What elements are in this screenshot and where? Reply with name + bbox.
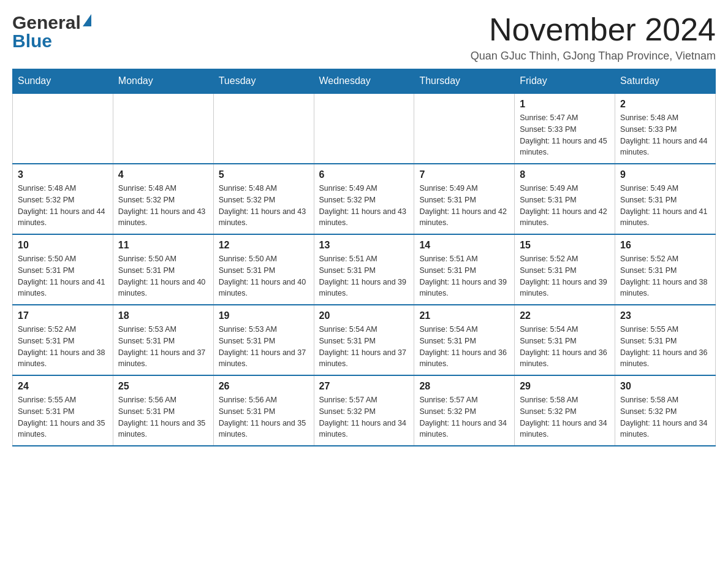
- calendar-cell: 16Sunrise: 5:52 AM Sunset: 5:31 PM Dayli…: [615, 234, 716, 305]
- day-info: Sunrise: 5:50 AM Sunset: 5:31 PM Dayligh…: [118, 253, 208, 299]
- calendar-cell: [113, 93, 213, 164]
- calendar-cell: 30Sunrise: 5:58 AM Sunset: 5:32 PM Dayli…: [615, 375, 716, 446]
- day-number: 5: [219, 169, 309, 180]
- day-info: Sunrise: 5:48 AM Sunset: 5:32 PM Dayligh…: [118, 183, 208, 229]
- calendar-cell: 17Sunrise: 5:52 AM Sunset: 5:31 PM Dayli…: [13, 305, 113, 375]
- calendar-week-row: 10Sunrise: 5:50 AM Sunset: 5:31 PM Dayli…: [13, 234, 716, 305]
- day-info: Sunrise: 5:49 AM Sunset: 5:31 PM Dayligh…: [419, 183, 509, 229]
- day-info: Sunrise: 5:52 AM Sunset: 5:31 PM Dayligh…: [520, 253, 610, 299]
- logo-arrow-icon: [83, 14, 91, 26]
- day-info: Sunrise: 5:58 AM Sunset: 5:32 PM Dayligh…: [520, 394, 610, 440]
- day-info: Sunrise: 5:55 AM Sunset: 5:31 PM Dayligh…: [620, 324, 710, 370]
- calendar-cell: 15Sunrise: 5:52 AM Sunset: 5:31 PM Dayli…: [515, 234, 615, 305]
- day-number: 29: [520, 381, 610, 392]
- calendar-cell: 25Sunrise: 5:56 AM Sunset: 5:31 PM Dayli…: [113, 375, 213, 446]
- calendar-cell: [13, 93, 113, 164]
- day-info: Sunrise: 5:58 AM Sunset: 5:32 PM Dayligh…: [620, 394, 710, 440]
- calendar-week-row: 1Sunrise: 5:47 AM Sunset: 5:33 PM Daylig…: [13, 93, 716, 164]
- day-number: 2: [620, 99, 710, 110]
- day-number: 25: [118, 381, 208, 392]
- day-info: Sunrise: 5:52 AM Sunset: 5:31 PM Dayligh…: [620, 253, 710, 299]
- calendar-cell: 10Sunrise: 5:50 AM Sunset: 5:31 PM Dayli…: [13, 234, 113, 305]
- logo: General Blue: [12, 12, 91, 52]
- day-number: 20: [319, 310, 409, 321]
- day-number: 6: [319, 169, 409, 180]
- calendar-cell: [314, 93, 414, 164]
- day-info: Sunrise: 5:48 AM Sunset: 5:32 PM Dayligh…: [219, 183, 309, 229]
- day-info: Sunrise: 5:53 AM Sunset: 5:31 PM Dayligh…: [219, 324, 309, 370]
- day-number: 15: [520, 240, 610, 251]
- day-info: Sunrise: 5:51 AM Sunset: 5:31 PM Dayligh…: [419, 253, 509, 299]
- calendar-cell: 18Sunrise: 5:53 AM Sunset: 5:31 PM Dayli…: [113, 305, 213, 375]
- day-number: 12: [219, 240, 309, 251]
- calendar-cell: 22Sunrise: 5:54 AM Sunset: 5:31 PM Dayli…: [515, 305, 615, 375]
- day-number: 28: [419, 381, 509, 392]
- calendar-week-row: 3Sunrise: 5:48 AM Sunset: 5:32 PM Daylig…: [13, 164, 716, 234]
- day-info: Sunrise: 5:48 AM Sunset: 5:33 PM Dayligh…: [620, 112, 710, 158]
- logo-blue-text: Blue: [12, 31, 52, 52]
- day-info: Sunrise: 5:56 AM Sunset: 5:31 PM Dayligh…: [219, 394, 309, 440]
- calendar-table: SundayMondayTuesdayWednesdayThursdayFrid…: [12, 69, 716, 446]
- calendar-cell: 3Sunrise: 5:48 AM Sunset: 5:32 PM Daylig…: [13, 164, 113, 234]
- calendar-cell: 28Sunrise: 5:57 AM Sunset: 5:32 PM Dayli…: [414, 375, 515, 446]
- logo-general-text: General: [12, 12, 81, 33]
- calendar-cell: 2Sunrise: 5:48 AM Sunset: 5:33 PM Daylig…: [615, 93, 716, 164]
- day-number: 16: [620, 240, 710, 251]
- calendar-cell: 26Sunrise: 5:56 AM Sunset: 5:31 PM Dayli…: [213, 375, 314, 446]
- day-info: Sunrise: 5:53 AM Sunset: 5:31 PM Dayligh…: [118, 324, 208, 370]
- calendar-cell: 12Sunrise: 5:50 AM Sunset: 5:31 PM Dayli…: [213, 234, 314, 305]
- calendar-cell: 29Sunrise: 5:58 AM Sunset: 5:32 PM Dayli…: [515, 375, 615, 446]
- calendar-day-header: Thursday: [414, 69, 515, 94]
- day-number: 7: [419, 169, 509, 180]
- day-number: 14: [419, 240, 509, 251]
- calendar-day-header: Monday: [113, 69, 213, 94]
- day-info: Sunrise: 5:50 AM Sunset: 5:31 PM Dayligh…: [219, 253, 309, 299]
- calendar-cell: 13Sunrise: 5:51 AM Sunset: 5:31 PM Dayli…: [314, 234, 414, 305]
- day-info: Sunrise: 5:47 AM Sunset: 5:33 PM Dayligh…: [520, 112, 610, 158]
- day-number: 4: [118, 169, 208, 180]
- calendar-cell: 19Sunrise: 5:53 AM Sunset: 5:31 PM Dayli…: [213, 305, 314, 375]
- calendar-cell: 11Sunrise: 5:50 AM Sunset: 5:31 PM Dayli…: [113, 234, 213, 305]
- day-number: 8: [520, 169, 610, 180]
- page-header: General Blue November 2024 Quan GJuc Thi…: [12, 12, 716, 63]
- day-info: Sunrise: 5:52 AM Sunset: 5:31 PM Dayligh…: [18, 324, 108, 370]
- day-info: Sunrise: 5:54 AM Sunset: 5:31 PM Dayligh…: [419, 324, 509, 370]
- calendar-cell: 14Sunrise: 5:51 AM Sunset: 5:31 PM Dayli…: [414, 234, 515, 305]
- day-info: Sunrise: 5:57 AM Sunset: 5:32 PM Dayligh…: [419, 394, 509, 440]
- day-number: 19: [219, 310, 309, 321]
- calendar-body: 1Sunrise: 5:47 AM Sunset: 5:33 PM Daylig…: [13, 93, 716, 446]
- calendar-cell: 5Sunrise: 5:48 AM Sunset: 5:32 PM Daylig…: [213, 164, 314, 234]
- calendar-header: SundayMondayTuesdayWednesdayThursdayFrid…: [13, 69, 716, 94]
- day-number: 22: [520, 310, 610, 321]
- calendar-day-header: Sunday: [13, 69, 113, 94]
- calendar-day-header: Friday: [515, 69, 615, 94]
- day-info: Sunrise: 5:51 AM Sunset: 5:31 PM Dayligh…: [319, 253, 409, 299]
- day-number: 3: [18, 169, 108, 180]
- day-info: Sunrise: 5:49 AM Sunset: 5:32 PM Dayligh…: [319, 183, 409, 229]
- calendar-week-row: 17Sunrise: 5:52 AM Sunset: 5:31 PM Dayli…: [13, 305, 716, 375]
- day-info: Sunrise: 5:56 AM Sunset: 5:31 PM Dayligh…: [118, 394, 208, 440]
- location-subtitle: Quan GJuc Thinh, GJong Thap Province, Vi…: [471, 50, 716, 63]
- calendar-week-row: 24Sunrise: 5:55 AM Sunset: 5:31 PM Dayli…: [13, 375, 716, 446]
- calendar-cell: 24Sunrise: 5:55 AM Sunset: 5:31 PM Dayli…: [13, 375, 113, 446]
- day-info: Sunrise: 5:54 AM Sunset: 5:31 PM Dayligh…: [520, 324, 610, 370]
- calendar-cell: 9Sunrise: 5:49 AM Sunset: 5:31 PM Daylig…: [615, 164, 716, 234]
- day-number: 23: [620, 310, 710, 321]
- calendar-cell: 27Sunrise: 5:57 AM Sunset: 5:32 PM Dayli…: [314, 375, 414, 446]
- calendar-cell: [213, 93, 314, 164]
- day-info: Sunrise: 5:57 AM Sunset: 5:32 PM Dayligh…: [319, 394, 409, 440]
- calendar-day-header: Wednesday: [314, 69, 414, 94]
- header-row: SundayMondayTuesdayWednesdayThursdayFrid…: [13, 69, 716, 94]
- calendar-cell: [414, 93, 515, 164]
- day-info: Sunrise: 5:50 AM Sunset: 5:31 PM Dayligh…: [18, 253, 108, 299]
- day-number: 24: [18, 381, 108, 392]
- day-number: 18: [118, 310, 208, 321]
- day-info: Sunrise: 5:49 AM Sunset: 5:31 PM Dayligh…: [620, 183, 710, 229]
- day-number: 17: [18, 310, 108, 321]
- day-number: 27: [319, 381, 409, 392]
- day-info: Sunrise: 5:54 AM Sunset: 5:31 PM Dayligh…: [319, 324, 409, 370]
- calendar-cell: 6Sunrise: 5:49 AM Sunset: 5:32 PM Daylig…: [314, 164, 414, 234]
- day-info: Sunrise: 5:55 AM Sunset: 5:31 PM Dayligh…: [18, 394, 108, 440]
- calendar-cell: 7Sunrise: 5:49 AM Sunset: 5:31 PM Daylig…: [414, 164, 515, 234]
- day-number: 13: [319, 240, 409, 251]
